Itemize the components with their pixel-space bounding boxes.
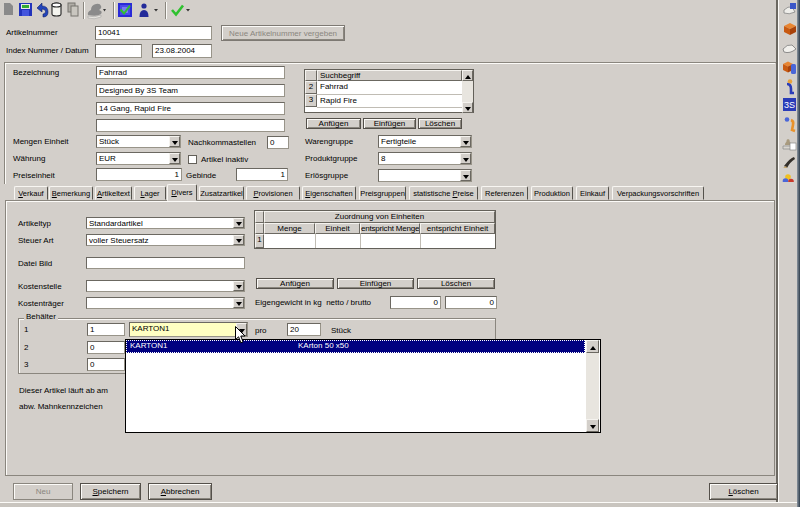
svg-text:3S: 3S xyxy=(784,100,795,110)
